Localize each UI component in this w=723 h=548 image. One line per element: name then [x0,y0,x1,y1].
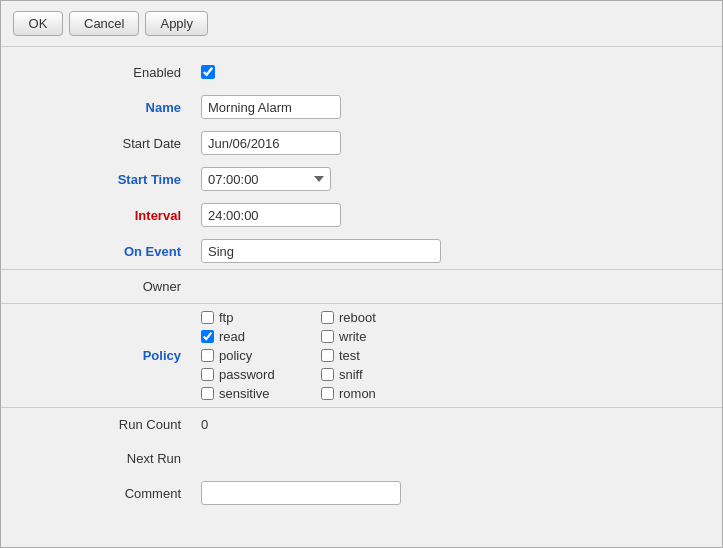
policy-checkbox-password[interactable] [201,368,214,381]
policy-label-sniff: sniff [339,367,363,382]
start-time-row: Start Time 07:00:00 [1,161,722,197]
enabled-label: Enabled [21,65,201,80]
dialog: OK Cancel Apply Enabled Name Start Date [0,0,723,548]
name-label: Name [21,100,201,115]
policy-checkbox-sniff[interactable] [321,368,334,381]
policy-item-write: write [321,329,431,344]
policy-label-sensitive: sensitive [219,386,270,401]
policy-item-reboot: reboot [321,310,431,325]
form-area: Enabled Name Start Date Start Time 07:0 [1,47,722,547]
policy-item-sensitive: sensitive [201,386,311,401]
comment-row: Comment [1,475,722,511]
interval-input[interactable] [201,203,341,227]
policy-item-password: password [201,367,311,382]
policy-label-ftp: ftp [219,310,233,325]
policy-item-sniff: sniff [321,367,431,382]
on-event-value [201,239,702,263]
policy-label-test: test [339,348,360,363]
policy-label-read: read [219,329,245,344]
policy-label-policy: policy [219,348,252,363]
owner-row: Owner [1,269,722,303]
policy-checkbox-policy[interactable] [201,349,214,362]
policy-checkbox-romon[interactable] [321,387,334,400]
policy-label-reboot: reboot [339,310,376,325]
interval-value [201,203,702,227]
policy-item-read: read [201,329,311,344]
start-date-value [201,131,702,155]
start-time-select[interactable]: 07:00:00 [201,167,331,191]
run-count-label: Run Count [21,417,201,432]
next-run-label: Next Run [21,451,201,466]
run-count-row: Run Count 0 [1,407,722,441]
policy-label: Policy [21,348,201,363]
policy-label-write: write [339,329,366,344]
enabled-value [201,65,702,79]
next-run-row: Next Run [1,441,722,475]
enabled-checkbox[interactable] [201,65,215,79]
on-event-row: On Event [1,233,722,269]
policy-checkbox-test[interactable] [321,349,334,362]
policy-label-romon: romon [339,386,376,401]
toolbar: OK Cancel Apply [1,1,722,47]
policy-item-policy: policy [201,348,311,363]
run-count-value: 0 [201,417,702,432]
start-time-label: Start Time [21,172,201,187]
start-date-row: Start Date [1,125,722,161]
ok-button[interactable]: OK [13,11,63,36]
on-event-label: On Event [21,244,201,259]
policy-checkbox-ftp[interactable] [201,311,214,324]
policy-checkbox-reboot[interactable] [321,311,334,324]
run-count-display: 0 [201,417,208,432]
name-value [201,95,702,119]
interval-label: Interval [21,208,201,223]
policy-item-romon: romon [321,386,431,401]
policy-row: Policy ftprebootreadwritepolicytestpassw… [1,303,722,407]
interval-row: Interval [1,197,722,233]
policy-checkbox-read[interactable] [201,330,214,343]
cancel-button[interactable]: Cancel [69,11,139,36]
policy-label-password: password [219,367,275,382]
name-input[interactable] [201,95,341,119]
policy-checkbox-sensitive[interactable] [201,387,214,400]
policy-item-ftp: ftp [201,310,311,325]
start-date-label: Start Date [21,136,201,151]
comment-input[interactable] [201,481,401,505]
on-event-input[interactable] [201,239,441,263]
policy-value: ftprebootreadwritepolicytestpasswordsnif… [201,310,702,401]
apply-button[interactable]: Apply [145,11,208,36]
start-time-value: 07:00:00 [201,167,702,191]
policy-checkbox-write[interactable] [321,330,334,343]
comment-value [201,481,702,505]
name-row: Name [1,89,722,125]
enabled-row: Enabled [1,55,722,89]
start-date-input[interactable] [201,131,341,155]
policy-grid: ftprebootreadwritepolicytestpasswordsnif… [201,310,702,401]
owner-label: Owner [21,279,201,294]
comment-label: Comment [21,486,201,501]
policy-item-test: test [321,348,431,363]
